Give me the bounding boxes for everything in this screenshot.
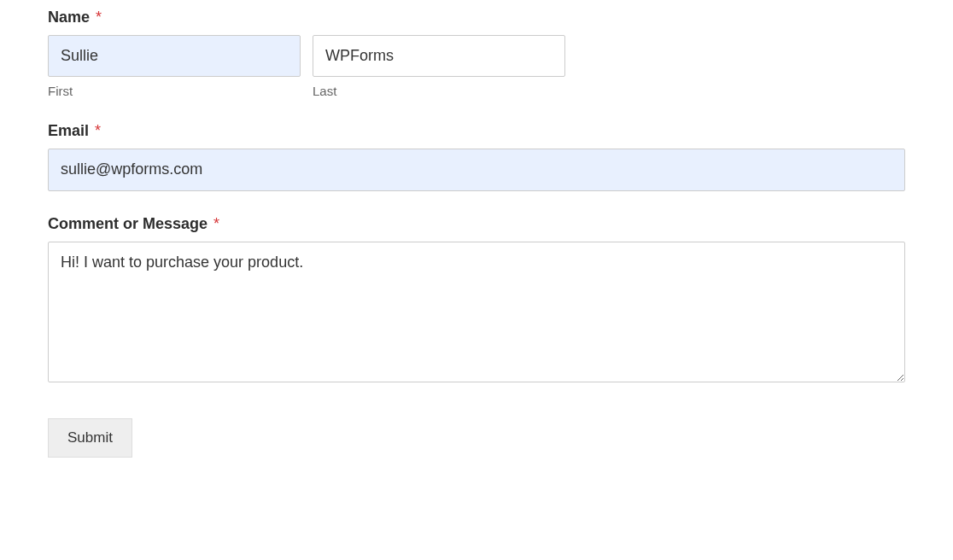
last-name-col: Last: [313, 35, 565, 98]
email-label-text: Email: [48, 122, 89, 139]
last-name-sublabel: Last: [313, 84, 565, 98]
required-asterisk-icon: *: [213, 215, 219, 232]
required-asterisk-icon: *: [96, 9, 102, 26]
submit-button[interactable]: Submit: [48, 418, 132, 458]
message-field-group: Comment or Message *: [48, 215, 905, 386]
last-name-input[interactable]: [313, 35, 565, 77]
name-label: Name *: [48, 9, 905, 26]
email-label: Email *: [48, 122, 905, 140]
contact-form: Name * First Last Email * Comment or Mes…: [48, 9, 905, 458]
email-field-group: Email *: [48, 122, 905, 190]
message-label-text: Comment or Message: [48, 215, 208, 232]
required-asterisk-icon: *: [95, 122, 101, 139]
message-label: Comment or Message *: [48, 215, 905, 233]
name-field-group: Name * First Last: [48, 9, 905, 98]
message-textarea[interactable]: [48, 242, 905, 382]
first-name-input[interactable]: [48, 35, 301, 77]
first-name-sublabel: First: [48, 84, 301, 98]
name-label-text: Name: [48, 9, 90, 26]
email-input[interactable]: [48, 149, 905, 190]
first-name-col: First: [48, 35, 301, 98]
name-row: First Last: [48, 35, 905, 98]
